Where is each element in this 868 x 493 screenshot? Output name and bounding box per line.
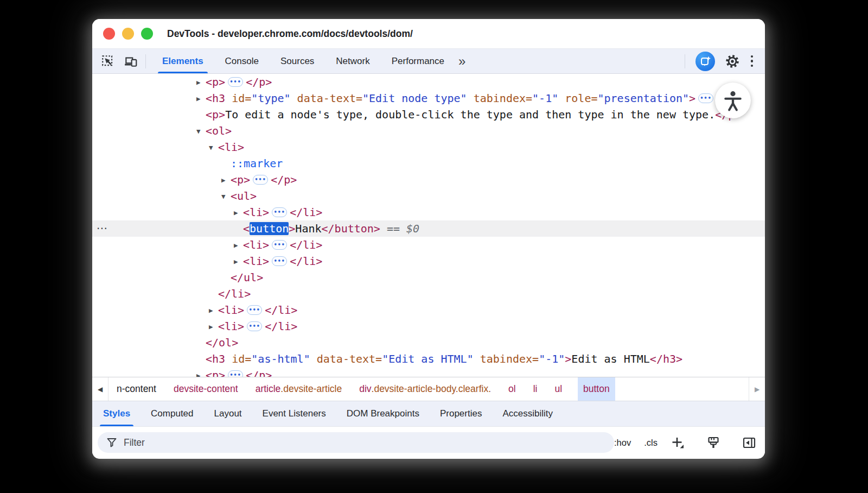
collapsed-arrow-icon[interactable]: ▶ xyxy=(196,371,206,377)
sidebar-tab-dom-breakpoints[interactable]: DOM Breakpoints xyxy=(347,401,419,426)
element-classes-button[interactable]: .cls xyxy=(644,438,658,448)
breadcrumb-item[interactable]: button xyxy=(578,377,615,401)
inspect-element-button[interactable] xyxy=(101,54,115,68)
window-controls xyxy=(92,28,153,40)
sparkle-panel-icon xyxy=(699,55,711,67)
dom-tree-row[interactable]: ▶<p>•••</p> xyxy=(92,367,765,377)
sidebar-tab-bar: StylesComputedLayoutEvent ListenersDOM B… xyxy=(92,401,765,426)
dom-tree-row[interactable]: ::marker xyxy=(92,155,765,172)
sidebar-tab-computed[interactable]: Computed xyxy=(151,401,193,426)
panel-collapse-icon xyxy=(742,435,756,450)
code-token-tag: <li> xyxy=(243,255,269,268)
collapsed-arrow-icon[interactable]: ▶ xyxy=(196,94,206,103)
tab-elements[interactable]: Elements xyxy=(151,49,214,73)
inline-expand-button[interactable]: ••• xyxy=(228,370,243,377)
dom-tree-row[interactable]: ▶<li>•••</li> xyxy=(92,253,765,269)
dom-tree-row[interactable]: ⋯<button>Hank</button> == $0 xyxy=(92,220,765,237)
panel-tab-strip: ElementsConsoleSourcesNetworkPerformance xyxy=(151,49,455,73)
breadcrumb-item[interactable]: devsite-content xyxy=(172,377,240,401)
kebab-dot xyxy=(751,55,753,58)
dom-tree-row[interactable]: ▼<li> xyxy=(92,139,765,155)
sidebar-tab-event-listeners[interactable]: Event Listeners xyxy=(263,401,326,426)
inline-expand-button[interactable]: ••• xyxy=(698,93,713,103)
tab-network[interactable]: Network xyxy=(325,49,380,73)
sidebar-tab-layout[interactable]: Layout xyxy=(214,401,242,426)
dom-tree-row[interactable]: <p>To edit a node's type, double-click t… xyxy=(92,106,765,123)
breadcrumb-list: n-contentdevsite-contentarticle.devsite-… xyxy=(108,377,615,401)
breadcrumb-item[interactable]: li xyxy=(532,377,539,401)
dom-tree-row[interactable]: ▶<li>•••</li> xyxy=(92,318,765,334)
accessibility-pointer-overlay[interactable] xyxy=(715,83,751,118)
whats-new-ai-button[interactable] xyxy=(695,52,715,71)
close-window-button[interactable] xyxy=(103,28,115,40)
settings-button[interactable] xyxy=(725,54,739,68)
sidebar-tab-accessibility[interactable]: Accessibility xyxy=(502,401,553,426)
sidebar-tab-styles[interactable]: Styles xyxy=(103,401,130,426)
titlebar: DevTools - developer.chrome.com/docs/dev… xyxy=(92,19,765,49)
tab-sources[interactable]: Sources xyxy=(270,49,325,73)
collapsed-arrow-icon[interactable]: ▶ xyxy=(221,176,231,184)
styles-filter-input[interactable]: Filter xyxy=(98,432,614,453)
tab-performance[interactable]: Performance xyxy=(381,49,455,73)
breadcrumb-item[interactable]: ul xyxy=(553,377,564,401)
breadcrumb-scroll-right-button[interactable]: ▶ xyxy=(749,377,765,401)
code-token-tag: </li> xyxy=(265,320,297,333)
dom-tree-row[interactable]: ▼<ol> xyxy=(92,123,765,139)
collapsed-arrow-icon[interactable]: ▶ xyxy=(234,257,243,266)
dom-tree-row[interactable]: </li> xyxy=(92,286,765,302)
toggle-element-state-button[interactable]: :hov xyxy=(614,438,631,448)
new-style-rule-button[interactable] xyxy=(671,435,685,450)
collapsed-arrow-icon[interactable]: ▶ xyxy=(209,306,218,314)
more-panels-button[interactable]: » xyxy=(458,54,465,69)
collapsed-arrow-icon[interactable]: ▶ xyxy=(234,241,243,249)
elements-tree-panel: ▶<p>•••</p>▶<h3 id="type" data-text="Edi… xyxy=(92,74,765,377)
inline-expand-button[interactable]: ••• xyxy=(247,305,262,315)
inline-expand-button[interactable]: ••• xyxy=(272,256,287,266)
dom-tree-row[interactable]: ▼<ul> xyxy=(92,188,765,204)
dom-tree-row[interactable]: ▶<h3 id="type" data-text="Edit node type… xyxy=(92,90,765,106)
code-token-tag: </h3> xyxy=(650,352,682,365)
device-toolbar-button[interactable] xyxy=(124,54,138,68)
breadcrumb-item[interactable]: div.devsite-article-body.clearfix. xyxy=(358,377,493,401)
kebab-menu-button[interactable] xyxy=(750,54,754,68)
code-token-tag: </ul> xyxy=(231,271,263,284)
inline-expand-button[interactable]: ••• xyxy=(247,321,262,331)
inline-expand-button[interactable]: ••• xyxy=(253,175,268,185)
dom-tree-row[interactable]: </ol> xyxy=(92,334,765,351)
breadcrumb-item[interactable]: n-content xyxy=(115,377,158,401)
dom-tree-row[interactable]: ▶<li>•••</li> xyxy=(92,302,765,318)
expanded-arrow-icon[interactable]: ▼ xyxy=(209,143,218,151)
tab-console[interactable]: Console xyxy=(214,49,270,73)
dom-tree-row[interactable]: </ul> xyxy=(92,269,765,286)
code-token-val: "Edit as HTML" xyxy=(382,352,474,365)
collapsed-arrow-icon[interactable]: ▶ xyxy=(196,78,206,86)
breadcrumb-item[interactable]: ol xyxy=(507,377,518,401)
code-token-taghl: button xyxy=(250,222,289,235)
breadcrumb-item[interactable]: article.devsite-article xyxy=(254,377,344,401)
collapsed-arrow-icon[interactable]: ▶ xyxy=(234,208,243,217)
breadcrumb-scroll-left-button[interactable]: ◀ xyxy=(92,377,108,401)
code-token-val: "-1" xyxy=(532,92,558,105)
expanded-arrow-icon[interactable]: ▼ xyxy=(221,192,231,200)
code-token-tag: </li> xyxy=(290,238,322,251)
inline-expand-button[interactable]: ••• xyxy=(228,77,243,87)
main-toolbar: ElementsConsoleSourcesNetworkPerformance… xyxy=(92,49,765,74)
zoom-window-button[interactable] xyxy=(141,28,153,40)
row-actions-icon[interactable]: ⋯ xyxy=(97,220,108,237)
sidebar-tab-properties[interactable]: Properties xyxy=(440,401,482,426)
collapsed-arrow-icon[interactable]: ▶ xyxy=(209,323,218,331)
dom-tree-row[interactable]: ▶<li>•••</li> xyxy=(92,204,765,220)
inline-expand-button[interactable]: ••• xyxy=(272,240,287,250)
dom-tree-row[interactable]: ▶<li>•••</li> xyxy=(92,237,765,253)
dom-tree-row[interactable]: ▶<p>•••</p> xyxy=(92,172,765,188)
rendering-emulation-button[interactable] xyxy=(706,435,720,450)
dom-tree-row[interactable]: <h3 id="as-html" data-text="Edit as HTML… xyxy=(92,351,765,367)
toggle-sidebar-button[interactable] xyxy=(742,435,756,450)
minimize-window-button[interactable] xyxy=(122,28,134,40)
dom-tree-row[interactable]: ▶<p>•••</p> xyxy=(92,74,765,90)
expanded-arrow-icon[interactable]: ▼ xyxy=(196,127,206,135)
code-token-eq: == xyxy=(380,222,406,235)
code-token-tag: </li> xyxy=(290,206,322,219)
accessibility-person-icon xyxy=(721,89,745,112)
inline-expand-button[interactable]: ••• xyxy=(272,207,287,217)
